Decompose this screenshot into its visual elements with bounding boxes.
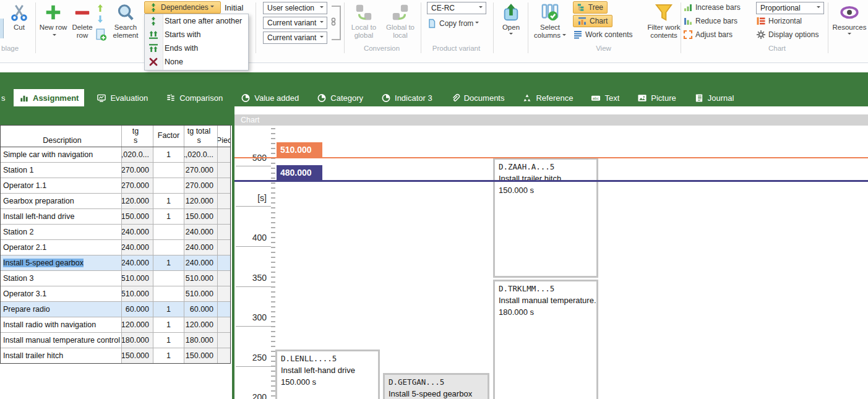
- search-element-button[interactable]: Search element: [108, 1, 144, 40]
- view-tab[interactable]: Picture: [632, 89, 681, 106]
- header-tg[interactable]: tgs: [122, 126, 153, 147]
- table-row[interactable]: Operator 3.1 510.000 510.000: [1, 286, 230, 302]
- cell-pieces: [218, 286, 230, 301]
- view-group-label: View: [528, 45, 679, 52]
- move-down-button[interactable]: [95, 14, 105, 27]
- cell-factor: 1: [153, 209, 184, 224]
- horizontal-button[interactable]: Horizontal: [756, 15, 802, 27]
- work-content-bar[interactable]: D.TRKLMM...5 Install manual temperature.…: [493, 280, 598, 399]
- application-window: Cut New row Delete row Search element De…: [0, 0, 868, 399]
- structure-pane: Description tgs Factor tg totals Piec Si…: [0, 106, 234, 399]
- table-row[interactable]: Install 5-speed gearbox 240.000 1 240.00…: [1, 255, 230, 271]
- view-tab[interactable]: Indicator 3: [376, 89, 438, 106]
- partial-tab[interactable]: s: [1, 93, 6, 103]
- bar-description: Install trailer hitch: [499, 173, 593, 184]
- table-row[interactable]: Gearbox preparation 120.000 1 120.000: [1, 194, 230, 209]
- work-contents-button[interactable]: Work contents: [573, 28, 645, 41]
- work-content-bar[interactable]: D.GETGAN...5 Install 5-speed gearbox 240…: [383, 373, 489, 399]
- view-tab[interactable]: Evaluation: [91, 89, 153, 106]
- caret-down-icon: [562, 34, 566, 38]
- variant-dropdown-1[interactable]: Current variant: [263, 17, 327, 29]
- cut-button[interactable]: Cut: [5, 1, 33, 32]
- table-row[interactable]: Install left-hand drive 150.000 1 150.00…: [1, 209, 230, 225]
- new-row-button[interactable]: New row: [38, 1, 68, 40]
- view-tab[interactable]: abc Text: [585, 89, 625, 106]
- table-row[interactable]: Prepare radio 60.000 1 60.000: [1, 302, 230, 317]
- new-element-button[interactable]: [94, 28, 108, 44]
- horizontal-icon: [756, 16, 766, 26]
- view-tab[interactable]: Journal: [689, 89, 740, 106]
- menu-item[interactable]: Ends with: [145, 41, 248, 55]
- cutoff-left-button[interactable]: [0, 19, 4, 38]
- table-row[interactable]: Operator 1.1 270.000 270.000: [1, 178, 230, 194]
- cell-pieces: [218, 178, 230, 193]
- journal-icon: [694, 93, 704, 103]
- table-row[interactable]: Simple car with navigation 1,020.0... 1 …: [1, 147, 230, 163]
- delete-row-button[interactable]: Delete row: [68, 1, 97, 40]
- view-tab[interactable]: Assignment: [14, 89, 84, 106]
- view-tab[interactable]: Comparison: [160, 89, 228, 106]
- cell-pieces: [218, 271, 230, 286]
- cell-factor: 1: [153, 302, 184, 317]
- open-button[interactable]: Open: [496, 1, 526, 36]
- reference-line[interactable]: 510.000: [234, 157, 868, 158]
- view-tab[interactable]: Reference: [517, 89, 578, 106]
- bar-duration: 150.000 s: [499, 184, 593, 196]
- bar-code: D.TRKLMM...5: [499, 283, 593, 294]
- resources-button[interactable]: Resources: [831, 1, 867, 36]
- link-variants-toggle[interactable]: [329, 17, 338, 29]
- header-pieces[interactable]: Piec: [218, 126, 230, 147]
- menu-item[interactable]: None: [145, 55, 248, 69]
- move-up-button[interactable]: [95, 3, 105, 15]
- product-variant-dropdown[interactable]: CE-RC: [427, 2, 486, 14]
- gridline-segment: [236, 366, 271, 367]
- proportional-dropdown[interactable]: Proportional: [756, 2, 824, 14]
- variant-1-value: Current variant: [267, 19, 316, 27]
- work-contents-table: Description tgs Factor tg totals Piec Si…: [0, 125, 231, 364]
- local-to-global-button[interactable]: Local to global: [346, 1, 381, 40]
- dependencies-button[interactable]: Dependencies: [144, 1, 221, 14]
- global-to-local-button[interactable]: Global to local: [382, 1, 418, 40]
- adjust-bars-button[interactable]: Adjust bars: [683, 28, 733, 41]
- cell-tg-total: 120.000: [184, 317, 218, 332]
- view-tab[interactable]: Documents: [445, 89, 510, 106]
- filter-work-contents-button[interactable]: Filter work contents: [646, 1, 682, 40]
- axis-tick-label: [s]: [234, 193, 267, 203]
- select-columns-button[interactable]: Select columns: [531, 1, 569, 40]
- proportional-value: Proportional: [760, 4, 801, 12]
- table-row[interactable]: Install radio with navigation 120.000 1 …: [1, 317, 230, 333]
- cell-pieces: [218, 348, 230, 363]
- user-selection-dropdown[interactable]: User selection: [263, 2, 327, 14]
- header-factor[interactable]: Factor: [153, 126, 184, 147]
- table-row[interactable]: Install trailer hitch 150.000 1 150.000: [1, 348, 230, 363]
- reference-line[interactable]: 480.000: [234, 180, 868, 182]
- display-options-button[interactable]: Display options: [756, 28, 819, 41]
- chart-button[interactable]: Chart: [573, 15, 612, 27]
- work-content-bar[interactable]: D.LENLL....5 Install left-hand drive 150…: [275, 350, 380, 399]
- delete-row-label: Delete row: [72, 24, 92, 39]
- table-row[interactable]: Station 2 240.000 240.000: [1, 225, 230, 240]
- cell-tg: 150.000: [122, 348, 153, 363]
- increase-bars-button[interactable]: Increase bars: [683, 1, 741, 14]
- caret-down-icon: [320, 21, 324, 25]
- work-content-bar[interactable]: D.ZAAH.A...5 Install trailer hitch 150.0…: [493, 158, 598, 278]
- copy-from-button[interactable]: Copy from: [427, 17, 479, 30]
- view-tab[interactable]: Value added: [235, 89, 304, 106]
- variant-dropdown-2[interactable]: Current variant: [263, 32, 327, 44]
- chart-canvas: 500[s]400350300250200 D.LENLL....5 Insta…: [234, 126, 868, 399]
- dependencies-icon: [148, 2, 158, 12]
- view-tab[interactable]: Category: [311, 89, 369, 106]
- table-row[interactable]: Station 3 510.000 510.000: [1, 271, 230, 286]
- table-row[interactable]: Install manual temperature control 180.0…: [1, 333, 230, 348]
- tab-label: Value added: [254, 93, 299, 103]
- menu-item[interactable]: Starts with: [145, 28, 248, 41]
- header-tg-total[interactable]: tg totals: [184, 126, 218, 147]
- reduce-bars-button[interactable]: Reduce bars: [683, 15, 737, 27]
- cell-description: Operator 1.1: [1, 178, 122, 193]
- table-row[interactable]: Station 1 270.000 270.000: [1, 163, 230, 178]
- table-row[interactable]: Operator 2.1 240.000 240.000: [1, 240, 230, 255]
- cell-tg-total: 150.000: [184, 209, 218, 224]
- tree-button[interactable]: Tree: [573, 1, 608, 14]
- header-description[interactable]: Description: [1, 126, 122, 147]
- menu-item[interactable]: Start one after another: [145, 14, 248, 28]
